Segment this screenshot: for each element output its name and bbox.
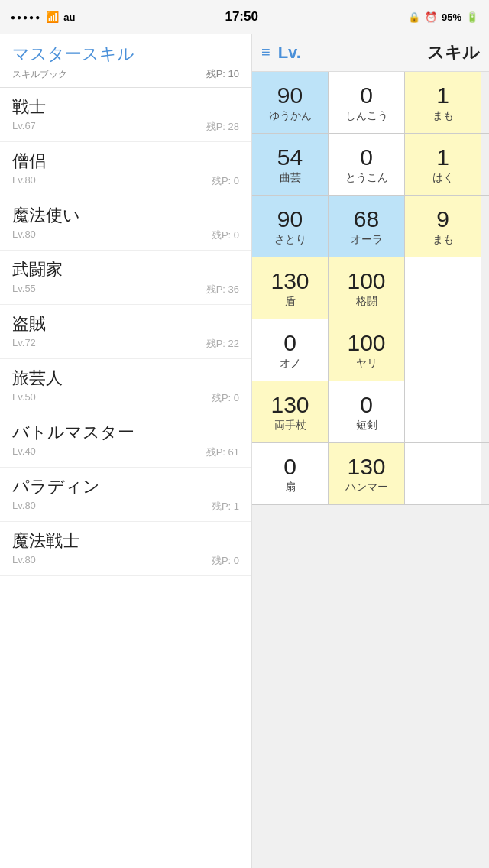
panel-remaining: 残P: 10: [206, 67, 239, 81]
cell-label: 両手杖: [274, 419, 306, 432]
cell-label: 扇: [285, 481, 296, 494]
cell-label: ハンマー: [345, 481, 388, 494]
grid-cell[interactable]: 0 短剣: [329, 381, 405, 442]
status-right: 🔒 ⏰ 95% 🔋: [408, 11, 478, 23]
grid-cell[interactable]: 100 ヤリ: [329, 319, 405, 381]
list-item[interactable]: パラディン Lv.80 残P: 1: [0, 468, 251, 522]
wifi-icon: 📶: [46, 11, 59, 23]
cell-value: 100: [347, 330, 385, 355]
char-sub: Lv.72 残P: 22: [12, 337, 239, 351]
grid-cell[interactable]: 0 オノ: [252, 319, 329, 381]
list-item[interactable]: 戦士 Lv.67 残P: 28: [0, 88, 251, 142]
grid-cell[interactable]: 9 まも: [405, 196, 481, 257]
cell-value: 90: [277, 83, 303, 108]
cell-label: まも: [432, 233, 454, 247]
panel-title: マスタースキル: [12, 43, 239, 66]
cell-value: 90: [277, 206, 303, 232]
cell-value: 0: [360, 392, 373, 417]
left-panel[interactable]: マスタースキル スキルブック 残P: 10 戦士 Lv.67 残P: 28 僧侣…: [0, 34, 252, 868]
char-sub: Lv.80 残P: 0: [12, 174, 239, 188]
char-name: 盗賊: [12, 313, 239, 335]
cell-label: 曲芸: [280, 171, 301, 185]
char-level: Lv.72: [12, 337, 36, 351]
grid-cell[interactable]: 90 さとり: [252, 196, 329, 257]
char-level: Lv.50: [12, 391, 36, 405]
char-level: Lv.67: [12, 120, 36, 134]
list-item[interactable]: 魔法使い Lv.80 残P: 0: [0, 196, 251, 251]
cell-label: 短剣: [356, 419, 377, 432]
char-remaining: 残P: 0: [212, 391, 239, 405]
skill-grid[interactable]: 90 ゆうかん 0 しんこう 1 まも 54 曲芸 0 とうこん 1 はく 90…: [252, 72, 489, 868]
char-remaining: 残P: 22: [206, 337, 239, 351]
char-level: Lv.80: [12, 228, 36, 242]
status-bar: ●●●●● 📶 au 17:50 🔒 ⏰ 95% 🔋: [0, 0, 489, 34]
right-panel: ≡ Lv. スキル 90 ゆうかん 0 しんこう 1 まも 54 曲芸 0 とう…: [252, 34, 489, 868]
cell-value: 130: [270, 268, 309, 293]
right-header: ≡ Lv. スキル: [252, 34, 489, 72]
grid-cell[interactable]: 130 両手杖: [252, 381, 329, 442]
menu-icon[interactable]: ≡: [261, 44, 270, 61]
char-remaining: 残P: 0: [212, 228, 239, 242]
grid-cell[interactable]: 0 しんこう: [329, 72, 405, 133]
cell-label: 格闘: [356, 295, 377, 309]
char-level: Lv.80: [12, 554, 36, 568]
list-item[interactable]: 旅芸人 Lv.50 残P: 0: [0, 359, 251, 413]
character-list[interactable]: 戦士 Lv.67 残P: 28 僧侣 Lv.80 残P: 0 魔法使い Lv.8…: [0, 88, 251, 576]
cell-value: 1: [436, 144, 449, 170]
grid-cell[interactable]: 130 盾: [252, 257, 329, 319]
grid-cell[interactable]: 0 とうこん: [329, 134, 405, 195]
cell-value: 0: [283, 330, 296, 355]
grid-cell[interactable]: 90 ゆうかん: [252, 72, 329, 133]
table-row: 54 曲芸 0 とうこん 1 はく: [252, 134, 489, 196]
char-remaining: 残P: 36: [206, 283, 239, 296]
char-remaining: 残P: 0: [212, 174, 239, 188]
cell-value: 130: [270, 392, 309, 417]
list-item[interactable]: 盗賊 Lv.72 残P: 22: [0, 305, 251, 359]
list-item[interactable]: 僧侣 Lv.80 残P: 0: [0, 142, 251, 196]
list-item[interactable]: 武闘家 Lv.55 残P: 36: [0, 251, 251, 305]
grid-cell[interactable]: 54 曲芸: [252, 134, 329, 195]
grid-cell[interactable]: [405, 257, 481, 319]
char-sub: Lv.50 残P: 0: [12, 391, 239, 405]
char-name: 旅芸人: [12, 367, 239, 390]
list-item[interactable]: 魔法戦士 Lv.80 残P: 0: [0, 522, 251, 576]
grid-cell[interactable]: 1 まも: [405, 72, 481, 133]
cell-value: 1: [436, 83, 449, 108]
char-sub: Lv.80 残P: 0: [12, 554, 239, 568]
cell-label: はく: [432, 171, 454, 185]
cell-value: 130: [347, 454, 385, 479]
char-name: 魔法使い: [12, 204, 239, 227]
grid-cell[interactable]: [405, 381, 481, 442]
char-remaining: 残P: 1: [212, 500, 239, 513]
char-level: Lv.40: [12, 445, 36, 459]
lock-icon: 🔒: [408, 11, 420, 23]
main-content: マスタースキル スキルブック 残P: 10 戦士 Lv.67 残P: 28 僧侣…: [0, 34, 489, 868]
table-row: 130 両手杖 0 短剣: [252, 381, 489, 443]
grid-cell[interactable]: [405, 319, 481, 381]
status-time: 17:50: [225, 9, 257, 24]
status-left: ●●●●● 📶 au: [11, 11, 75, 23]
grid-cell[interactable]: 0 扇: [252, 443, 329, 504]
battery-level: 95%: [442, 11, 461, 23]
table-row: 130 盾 100 格闘: [252, 257, 489, 319]
grid-cell[interactable]: [405, 443, 481, 504]
char-name: 僧侣: [12, 150, 239, 173]
grid-cell[interactable]: 130 ハンマー: [329, 443, 405, 504]
grid-cell[interactable]: 68 オーラ: [329, 196, 405, 257]
battery-icon: 🔋: [466, 11, 478, 23]
cell-label: しんこう: [345, 109, 388, 123]
cell-value: 54: [277, 144, 303, 170]
left-header: マスタースキル スキルブック 残P: 10: [0, 34, 251, 88]
cell-value: 0: [283, 454, 296, 479]
char-name: パラディン: [12, 475, 239, 498]
panel-subtitle: スキルブック: [12, 68, 67, 81]
list-item[interactable]: バトルマスター Lv.40 残P: 61: [0, 413, 251, 468]
char-remaining: 残P: 0: [212, 554, 239, 568]
grid-cell[interactable]: 100 格闘: [329, 257, 405, 319]
subtitle-row: スキルブック 残P: 10: [12, 67, 239, 81]
cell-label: まも: [432, 109, 454, 123]
cell-label: ゆうかん: [269, 109, 312, 123]
grid-cell[interactable]: 1 はく: [405, 134, 481, 195]
table-row: 90 ゆうかん 0 しんこう 1 まも: [252, 72, 489, 134]
char-sub: Lv.67 残P: 28: [12, 120, 239, 134]
